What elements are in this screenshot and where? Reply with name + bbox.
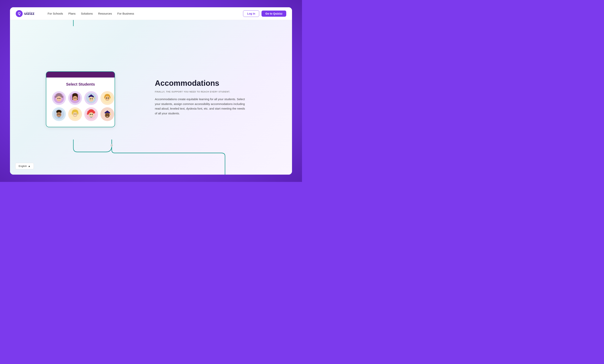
avatar-1[interactable] bbox=[52, 91, 66, 105]
svg-point-21 bbox=[76, 97, 77, 99]
nav-links: For Schools Plans Solutions Resources Fo… bbox=[48, 12, 243, 15]
nav-for-business[interactable]: For Business bbox=[117, 12, 134, 15]
svg-point-31 bbox=[92, 98, 93, 99]
avatar-2[interactable] bbox=[68, 91, 82, 105]
svg-point-22 bbox=[74, 98, 75, 98]
svg-point-61 bbox=[110, 114, 111, 115]
nav-plans[interactable]: Plans bbox=[68, 12, 76, 15]
svg-point-64 bbox=[108, 114, 109, 115]
svg-point-65 bbox=[106, 114, 107, 115]
avatar-4[interactable] bbox=[101, 91, 114, 105]
svg-point-63 bbox=[106, 114, 107, 115]
svg-point-30 bbox=[90, 98, 91, 99]
svg-point-55 bbox=[90, 114, 91, 115]
language-arrow-icon: ▲ bbox=[28, 165, 31, 168]
nav-solutions[interactable]: Solutions bbox=[81, 12, 93, 15]
svg-text:Q: Q bbox=[18, 12, 21, 15]
svg-point-43 bbox=[60, 114, 61, 115]
accommodations-description: Accommodations create equitable learning… bbox=[155, 97, 247, 116]
accommodations-subtitle: FINALLY, THE SUPPORT YOU NEED TO REACH E… bbox=[155, 90, 281, 93]
student-card: Select Students bbox=[46, 71, 115, 127]
content-area: Select Students bbox=[10, 20, 292, 175]
svg-point-66 bbox=[108, 114, 109, 115]
main-container: Q uizizz For Schools Plans Solutions Res… bbox=[10, 7, 292, 175]
nav-actions: Log in Go to Quizizz bbox=[243, 10, 286, 17]
nav-for-schools[interactable]: For Schools bbox=[48, 12, 63, 15]
avatar-8[interactable] bbox=[101, 107, 114, 121]
avatar-7[interactable] bbox=[84, 107, 98, 121]
navbar: Q uizizz For Schools Plans Solutions Res… bbox=[10, 7, 292, 20]
svg-point-53 bbox=[87, 113, 89, 115]
accommodations-title: Accommodations bbox=[155, 79, 281, 87]
svg-point-14 bbox=[60, 98, 61, 99]
svg-point-56 bbox=[92, 114, 93, 115]
svg-point-11 bbox=[62, 96, 63, 98]
goto-quizizz-button[interactable]: Go to Quizizz bbox=[262, 11, 286, 17]
logo[interactable]: Q uizizz bbox=[16, 10, 41, 17]
svg-point-20 bbox=[74, 97, 75, 99]
svg-point-37 bbox=[106, 97, 107, 99]
svg-point-42 bbox=[58, 114, 59, 115]
left-panel: Select Students bbox=[10, 20, 151, 175]
card-header bbox=[46, 72, 115, 77]
svg-point-10 bbox=[55, 96, 57, 98]
svg-point-38 bbox=[108, 97, 109, 99]
svg-text:uizizz: uizizz bbox=[24, 11, 34, 15]
svg-point-23 bbox=[76, 98, 76, 98]
svg-point-12 bbox=[56, 96, 62, 101]
svg-point-13 bbox=[58, 98, 59, 99]
svg-point-28 bbox=[94, 98, 95, 99]
avatar-5[interactable] bbox=[52, 107, 66, 121]
language-label: English bbox=[19, 165, 27, 168]
nav-resources[interactable]: Resources bbox=[98, 12, 112, 15]
avatar-6[interactable] bbox=[68, 107, 82, 121]
card-title: Select Students bbox=[52, 82, 109, 86]
login-button[interactable]: Log in bbox=[243, 10, 259, 17]
right-panel: Accommodations FINALLY, THE SUPPORT YOU … bbox=[151, 20, 292, 175]
avatar-3[interactable] bbox=[84, 91, 98, 105]
language-selector[interactable]: English ▲ bbox=[15, 163, 34, 169]
avatars-grid bbox=[52, 91, 109, 121]
